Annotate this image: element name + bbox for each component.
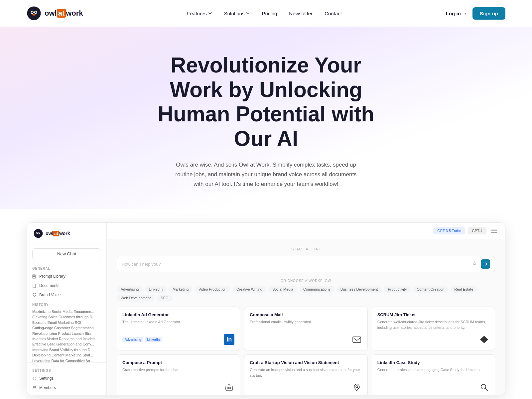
sidebar-item-prompt-library[interactable]: Prompt Library (27, 272, 106, 281)
chat-input-icons (471, 259, 490, 269)
workflow-tag[interactable]: Web Development (117, 295, 155, 301)
nav-features[interactable]: Features (187, 11, 212, 16)
book-icon (32, 274, 37, 279)
send-button[interactable] (481, 259, 490, 269)
nav-contact[interactable]: Contact (325, 11, 342, 16)
workflow-tag[interactable]: Communications (299, 286, 334, 293)
card-icon: in (224, 334, 234, 345)
general-section-label: GENERAL (27, 263, 106, 272)
card-icon (351, 334, 362, 345)
nav-pricing[interactable]: Pricing (262, 11, 277, 16)
workflow-card[interactable]: Compose a Mail Professional emails, swif… (244, 307, 367, 350)
logo-wordmark: owlatwork (45, 9, 83, 18)
settings-section-label: SETTINGS (27, 365, 106, 374)
navbar: owlatwork Features Solutions Pricing New… (0, 0, 532, 27)
app-sidebar: owlatwork New Chat GENERAL Prompt Librar… (27, 223, 107, 395)
app-preview-wrapper: owlatwork New Chat GENERAL Prompt Librar… (0, 209, 532, 399)
history-item-4[interactable]: Revolutionizing Product Launch Strat... (27, 330, 106, 335)
app-main-content: GPT 3.5 Turbo GPT-4 START A CHAT (107, 223, 505, 395)
card-icon (224, 382, 234, 393)
card-title: Compose a Mail (250, 312, 362, 317)
workflow-tag[interactable]: Marketing (169, 286, 193, 293)
history-item-2[interactable]: Boosting Email Marketing ROI (27, 319, 106, 324)
workflow-label: OR CHOOSE A WORKFLOW (117, 279, 495, 283)
workflow-tag[interactable]: LinkedIn (145, 286, 167, 293)
svg-point-7 (34, 229, 43, 238)
card-icon (351, 382, 362, 393)
history-item-3[interactable]: Cutting-edge Customer Segmentation... (27, 324, 106, 330)
history-item-1[interactable]: Elevating Sales Outcomes through D... (27, 313, 106, 319)
card-desc: The ultimate LinkedIn Ad Generator. (122, 319, 234, 325)
workflow-card[interactable]: Compose a Prompt Craft effective prompts… (117, 354, 240, 395)
nav-links: Features Solutions Pricing Newsletter Co… (187, 11, 342, 16)
workflow-tag[interactable]: Advertising (117, 286, 143, 293)
heart-icon (32, 293, 37, 297)
card-footer (250, 334, 362, 345)
workflow-tag[interactable]: SEO (157, 295, 172, 301)
star-icon[interactable] (471, 260, 478, 268)
login-button[interactable]: Log in → (446, 11, 467, 16)
card-desc: Professional emails, swiftly generated. (250, 319, 362, 325)
chat-input-row (117, 256, 495, 272)
svg-point-10 (37, 232, 38, 233)
svg-point-0 (27, 6, 41, 20)
history-item-9[interactable]: Leveraging Data for Competitive An... (27, 357, 106, 362)
card-icon (479, 382, 489, 393)
sidebar-item-brand-voice[interactable]: Brand Voice (27, 290, 106, 300)
svg-point-19 (35, 386, 36, 387)
card-desc: Generate well-structured Jira ticket des… (377, 319, 489, 330)
new-chat-button[interactable]: New Chat (32, 248, 101, 259)
svg-point-11 (39, 232, 40, 233)
workflow-tag[interactable]: Real Estate (450, 286, 477, 293)
workflow-tag[interactable]: Business Development (336, 286, 382, 293)
sidebar-item-documents[interactable]: Documents (27, 281, 106, 290)
chevron-down-icon (208, 11, 212, 15)
nav-solutions[interactable]: Solutions (224, 11, 250, 16)
workflow-tag[interactable]: Content Creation (413, 286, 448, 293)
logo[interactable]: owlatwork (27, 6, 83, 21)
workflow-tag[interactable]: Creative Writing (232, 286, 266, 293)
workflow-tag[interactable]: Productivity (384, 286, 411, 293)
model-gpt35-button[interactable]: GPT 3.5 Turbo (433, 227, 465, 234)
history-item-7[interactable]: Improving Brand Visibility through D... (27, 346, 106, 351)
sidebar-logo-wordmark: owlatwork (46, 231, 70, 236)
sidebar-item-members[interactable]: Members (27, 383, 106, 392)
card-footer (250, 382, 362, 393)
card-desc: Generate a professional and engaging Cas… (377, 367, 489, 373)
sidebar-label-prompt-library: Prompt Library (39, 274, 66, 279)
app-topbar: GPT 3.5 Turbo GPT-4 (107, 223, 505, 239)
signup-button[interactable]: Sign up (472, 7, 505, 20)
history-item-8[interactable]: Developing Content Marketing Strat... (27, 351, 106, 357)
workflow-card[interactable]: LinkedIn Case Study Generate a professio… (372, 354, 495, 395)
card-footer (122, 382, 234, 393)
nav-newsletter[interactable]: Newsletter (289, 11, 313, 16)
sidebar-bottom: SETTINGS Settings Members (27, 362, 106, 395)
workflow-tag[interactable]: Video Production (195, 286, 230, 293)
hero-subtext: Owls are wise. And so is Owl at Work. Si… (170, 160, 362, 189)
workflow-tag[interactable]: Social Media (268, 286, 297, 293)
model-gpt4-button[interactable]: GPT-4 (468, 227, 486, 234)
svg-rect-23 (353, 337, 361, 342)
history-item-5[interactable]: In-depth Market Research and Insights (27, 335, 106, 340)
history-item-0[interactable]: Maximizing Social Media Engageme... (27, 308, 106, 313)
gear-icon (32, 376, 37, 381)
menu-icon[interactable] (489, 226, 498, 235)
card-desc: Craft effective prompts for the chat. (122, 367, 234, 373)
workflow-card[interactable]: Craft a Startup Vision and Vision Statem… (244, 354, 367, 395)
sidebar-item-settings[interactable]: Settings (27, 374, 106, 383)
workflow-card[interactable]: SCRUM Jira Ticket Generate well-structur… (372, 307, 495, 350)
svg-point-29 (228, 384, 230, 385)
app-preview: owlatwork New Chat GENERAL Prompt Librar… (27, 222, 505, 395)
svg-line-34 (485, 389, 488, 391)
svg-rect-25 (226, 386, 232, 391)
workflow-card[interactable]: LinkedIn Ad Generator The ultimate Linke… (117, 307, 240, 350)
card-footer (377, 382, 489, 393)
history-item-6[interactable]: Effective Lead Generation and Conv... (27, 340, 106, 346)
card-footer: AdvertisingLinkedIn in (122, 334, 234, 345)
chat-input[interactable] (122, 262, 471, 267)
doc-icon (32, 284, 37, 288)
sidebar-label-settings: Settings (39, 376, 54, 381)
card-tag: Advertising (122, 337, 143, 342)
card-title: Craft a Startup Vision and Vision Statem… (250, 360, 362, 365)
history-section-label: HISTORY (27, 300, 106, 308)
